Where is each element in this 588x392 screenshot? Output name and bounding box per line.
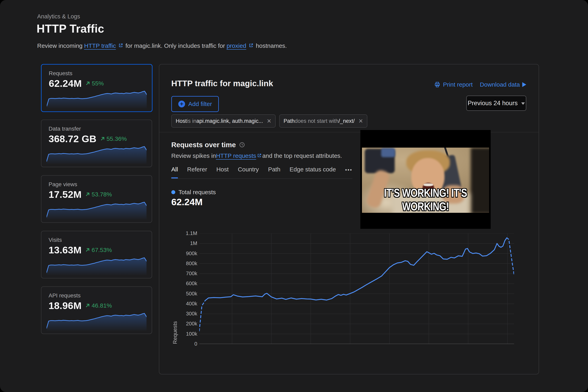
http-requests-link[interactable]: HTTP requests [216, 152, 256, 159]
tab-host[interactable]: Host [216, 166, 229, 178]
proxied-link[interactable]: proxied [227, 42, 246, 49]
sparkline-chart [46, 145, 146, 164]
panel-title: HTTP traffic for magic.link [171, 79, 273, 88]
y-tick-label: 400k [173, 300, 197, 307]
metric-label: API requests [48, 292, 80, 299]
meme-image: IT'S WORKING! IT'S WORKING! [360, 130, 491, 229]
y-axis-title: Requests [172, 234, 178, 344]
metric-card-page-views[interactable]: Page views 17.52M 53.78% [41, 175, 152, 223]
metric-label: Page views [48, 181, 77, 188]
requests-over-time-chart [199, 234, 514, 344]
section-title: Requests over time [171, 141, 245, 149]
page-title: HTTP Traffic [36, 22, 104, 35]
metric-change: 46.81% [85, 302, 112, 309]
y-tick-label: 700k [173, 270, 197, 276]
app-surface: Analytics & Logs HTTP Traffic Review inc… [0, 0, 588, 392]
trend-up-icon [85, 80, 90, 86]
clock-icon [239, 142, 245, 148]
chevron-down-icon [521, 102, 525, 105]
trend-up-icon [100, 136, 105, 142]
external-link-icon [118, 42, 123, 49]
y-tick-label: 1M [173, 240, 197, 246]
download-data-button[interactable]: Download data [480, 81, 526, 88]
tab-edge-status-code[interactable]: Edge status code [290, 166, 336, 178]
time-range-dropdown[interactable]: Previous 24 hours [466, 96, 526, 111]
plus-icon: + [178, 100, 185, 108]
http-traffic-panel: HTTP traffic for magic.link Print report… [159, 64, 539, 374]
y-tick-label: 800k [173, 260, 197, 266]
add-filter-button[interactable]: + Add filter [171, 96, 219, 112]
meme-caption: IT'S WORKING! IT'S WORKING! [360, 189, 491, 210]
metric-value: 13.63M [48, 244, 81, 256]
close-icon[interactable]: × [267, 118, 271, 124]
trend-up-icon [85, 192, 90, 197]
metric-value: 368.72 GB [48, 133, 96, 144]
http-traffic-link[interactable]: HTTP traffic [84, 42, 116, 49]
page-description: Review incoming HTTP traffic for magic.l… [37, 42, 287, 49]
y-tick-label: 0 [173, 341, 197, 347]
tab-path[interactable]: Path [268, 166, 281, 178]
desc-text-1: Review incoming [37, 42, 82, 49]
play-icon [522, 82, 526, 87]
metric-label: Visits [48, 237, 62, 243]
sparkline-chart [46, 256, 146, 275]
external-link-icon [249, 42, 254, 49]
legend-label: Total requests [179, 189, 216, 196]
metric-change: 55.36% [100, 136, 127, 142]
print-report-button[interactable]: Print report [434, 81, 473, 88]
tab-all[interactable]: All [171, 166, 178, 178]
sparkline-chart [46, 312, 146, 331]
trend-up-icon [85, 303, 90, 308]
breadcrumb: Analytics & Logs [37, 13, 80, 20]
close-icon[interactable]: × [358, 118, 363, 124]
metric-card-api-requests[interactable]: API requests 18.96M 46.81% [41, 286, 152, 334]
metric-label: Data transfer [48, 126, 81, 132]
y-tick-label: 300k [173, 310, 197, 317]
filter-chip-host[interactable]: Host is in api.magic.link, auth.magic...… [171, 114, 276, 128]
metric-change: 67.53% [85, 246, 112, 254]
sparkline-chart [46, 200, 146, 220]
y-tick-label: 1.1M [173, 230, 197, 236]
metric-value: 17.52M [48, 189, 81, 200]
sparkline-chart [47, 90, 147, 108]
y-tick-label: 200k [173, 320, 197, 327]
tab-more[interactable]: ••• [345, 166, 352, 178]
attribute-tabs: All Referer Host Country Path Edge statu… [171, 166, 352, 179]
desc-text-3: hostnames. [256, 42, 287, 49]
metric-change: 53.78% [85, 191, 112, 198]
y-tick-label: 900k [173, 250, 197, 256]
printer-icon [434, 82, 440, 88]
tab-referer[interactable]: Referer [187, 166, 207, 178]
y-tick-label: 600k [173, 280, 197, 286]
metric-label: Requests [49, 70, 72, 76]
chart-legend: Total requests [171, 189, 216, 196]
metric-value: 62.24M [49, 78, 82, 89]
filter-chip-path[interactable]: Path does not start with /_next/ × [279, 114, 367, 128]
metric-change: 55% [85, 80, 104, 87]
tab-country[interactable]: Country [238, 166, 259, 178]
metric-value: 18.96M [48, 300, 81, 311]
trend-up-icon [85, 247, 90, 253]
desc-text-2: for magic.link. Only includes traffic fo… [125, 42, 225, 49]
external-link-icon [257, 152, 262, 159]
metric-card-data-transfer[interactable]: Data transfer 368.72 GB 55.36% [41, 120, 152, 167]
metric-card-visits[interactable]: Visits 13.63M 67.53% [41, 231, 152, 278]
section-description: Review spikes in HTTP requests and the t… [171, 152, 342, 159]
y-tick-label: 100k [173, 331, 197, 337]
y-tick-label: 500k [173, 290, 197, 297]
legend-dot-icon [171, 190, 175, 194]
total-requests-value: 62.24M [171, 196, 203, 208]
metric-card-requests[interactable]: Requests 62.24M 55% [41, 64, 153, 112]
